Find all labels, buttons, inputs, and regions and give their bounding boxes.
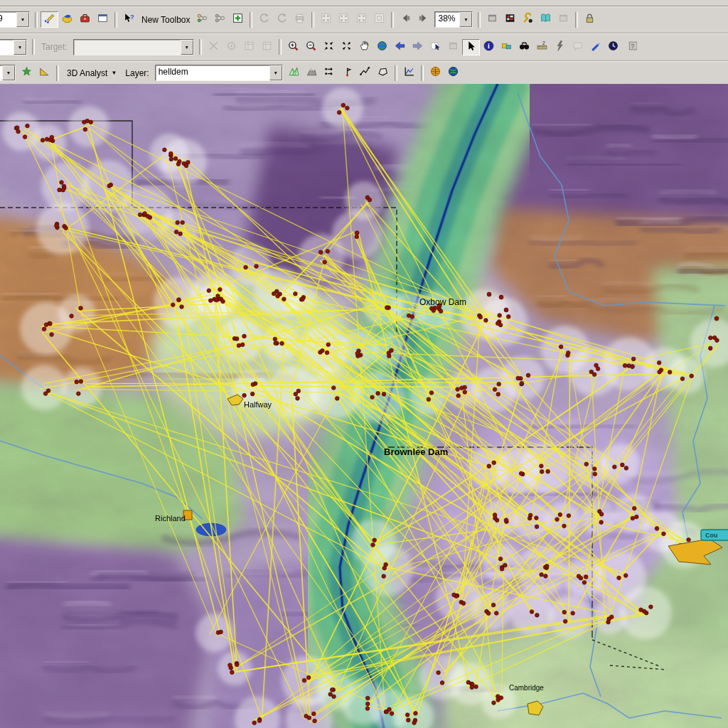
toolbar-separator bbox=[199, 39, 202, 55]
interpolate-polygon-button[interactable] bbox=[374, 65, 392, 81]
hyperlink-button[interactable] bbox=[551, 39, 569, 55]
svg-text:?: ? bbox=[631, 42, 634, 49]
help-book-button[interactable] bbox=[537, 11, 555, 28]
effects-layer-combo[interactable]: ▼ bbox=[0, 65, 16, 81]
scale-combo[interactable]: 9 ▼ bbox=[0, 11, 30, 28]
catalog-button[interactable] bbox=[58, 11, 76, 28]
page-forward-button[interactable] bbox=[414, 11, 432, 28]
model2-icon bbox=[214, 12, 226, 27]
edit-sketch-button[interactable] bbox=[41, 11, 58, 28]
toolbar-separator bbox=[421, 65, 424, 81]
interpolate-point-button[interactable] bbox=[338, 65, 356, 81]
edit-sketch-icon bbox=[43, 12, 55, 27]
steepest-path-button[interactable] bbox=[321, 65, 338, 81]
clear-selection-button bbox=[444, 39, 462, 55]
time-icon bbox=[607, 40, 619, 55]
table-icon bbox=[504, 12, 516, 27]
find-icon bbox=[518, 40, 530, 55]
go-forward-extent-button[interactable] bbox=[409, 39, 427, 55]
sketch-properties-button bbox=[258, 39, 276, 55]
find-button[interactable] bbox=[515, 39, 533, 55]
model-button[interactable] bbox=[193, 11, 211, 28]
fixed-zoom-in-button[interactable] bbox=[320, 39, 338, 55]
effects-button[interactable] bbox=[18, 65, 36, 81]
toolbar-separator bbox=[311, 12, 314, 28]
measure-button[interactable]: 2 bbox=[533, 39, 551, 55]
interpolate-point-icon bbox=[341, 65, 353, 80]
select-features-button[interactable] bbox=[427, 39, 444, 55]
lock-icon bbox=[584, 12, 596, 27]
profile-graph-button[interactable] bbox=[400, 65, 418, 81]
refresh-icon bbox=[276, 12, 288, 27]
layer-combo-value: helldem bbox=[156, 65, 269, 80]
extent-icon bbox=[338, 12, 350, 27]
arcglobe-button[interactable] bbox=[444, 65, 462, 81]
extent-button-3 bbox=[353, 11, 370, 28]
task-combo-dropdown-arrow-icon[interactable]: ▼ bbox=[14, 40, 26, 55]
layer-combo-dropdown-arrow-icon[interactable]: ▼ bbox=[269, 65, 282, 80]
select-elements-button[interactable] bbox=[462, 39, 480, 55]
interpolate-line-button[interactable] bbox=[356, 65, 374, 81]
add-toolbox-icon bbox=[232, 12, 244, 27]
layer-combo[interactable]: helldem ▼ bbox=[155, 65, 283, 81]
page-forward-icon bbox=[417, 12, 429, 27]
callout-button[interactable] bbox=[587, 39, 604, 55]
extent2-icon bbox=[373, 12, 385, 27]
svg-text:2: 2 bbox=[542, 41, 545, 46]
arctoolbox-button[interactable] bbox=[76, 11, 94, 28]
toolbar-separator bbox=[114, 12, 117, 28]
window-button-1[interactable] bbox=[483, 11, 501, 28]
toolbar-separator bbox=[395, 65, 397, 81]
full-extent-button[interactable] bbox=[373, 39, 391, 55]
new-toolbox-label[interactable]: New Toolbox bbox=[138, 15, 193, 25]
zoom-level-combo-dropdown-arrow-icon[interactable]: ▼ bbox=[459, 12, 472, 27]
add-toolbox-button[interactable] bbox=[229, 11, 247, 28]
create-tin-button[interactable] bbox=[285, 65, 303, 81]
attributes-button bbox=[240, 39, 258, 55]
help-book-icon bbox=[540, 12, 552, 27]
svg-text:Cou: Cou bbox=[705, 532, 718, 539]
find-route-button[interactable] bbox=[498, 39, 515, 55]
select-features-icon bbox=[429, 40, 441, 55]
sketch-tool-icon bbox=[208, 40, 220, 55]
zoom-in-button[interactable] bbox=[284, 39, 302, 55]
arcscene-button[interactable] bbox=[427, 65, 444, 81]
whats-this-button[interactable]: ? bbox=[120, 11, 138, 28]
effects-layer-combo-dropdown-arrow-icon[interactable]: ▼ bbox=[2, 65, 15, 80]
window-top-edge bbox=[0, 0, 728, 6]
toolbox-icon bbox=[79, 12, 91, 27]
analyst-menu[interactable]: 3D Analyst▼ bbox=[62, 67, 122, 80]
task-combo-value bbox=[0, 40, 14, 55]
pan-button[interactable] bbox=[355, 39, 373, 55]
zoom-out-button[interactable] bbox=[302, 39, 320, 55]
target-combo-dropdown-arrow-icon[interactable]: ▼ bbox=[181, 40, 193, 55]
draw-tools-button[interactable] bbox=[519, 11, 537, 28]
callout-icon bbox=[589, 40, 601, 55]
time-button[interactable] bbox=[604, 39, 622, 55]
page-back-button[interactable] bbox=[397, 11, 414, 28]
transparency-icon bbox=[38, 65, 50, 80]
scale-combo-dropdown-arrow-icon[interactable]: ▼ bbox=[16, 12, 29, 27]
interpolate-polygon-icon bbox=[377, 65, 389, 80]
model-button-2[interactable] bbox=[211, 11, 229, 28]
print-preview-button bbox=[291, 11, 309, 28]
effects-icon bbox=[21, 65, 33, 80]
target-combo[interactable]: ▼ bbox=[73, 39, 194, 55]
fixed-zoom-out-button[interactable] bbox=[338, 39, 355, 55]
go-back-extent-button[interactable] bbox=[391, 39, 409, 55]
transparency-button[interactable] bbox=[36, 65, 53, 81]
table-button[interactable] bbox=[501, 11, 519, 28]
command-window-button[interactable] bbox=[94, 11, 112, 28]
tools-yellow-icon bbox=[522, 12, 534, 27]
cut-icon: ? bbox=[625, 40, 637, 55]
task-combo[interactable]: ▼ bbox=[0, 39, 27, 55]
natural-neighbor-button[interactable] bbox=[303, 65, 321, 81]
map-label-council: Cou bbox=[701, 530, 728, 540]
map-viewport[interactable]: Oxbow DamBrownlee DamHalfwayRichlandCamb… bbox=[0, 84, 728, 728]
editor-and-tools-toolbar: ▼Target: ▼i2? bbox=[0, 33, 728, 61]
overflow-button[interactable]: ? bbox=[622, 39, 640, 55]
zoom-level-combo[interactable]: 38% ▼ bbox=[434, 11, 473, 28]
security-lock-button[interactable] bbox=[581, 11, 599, 28]
identify-button[interactable]: i bbox=[480, 39, 498, 55]
toolbar-separator bbox=[56, 65, 59, 81]
